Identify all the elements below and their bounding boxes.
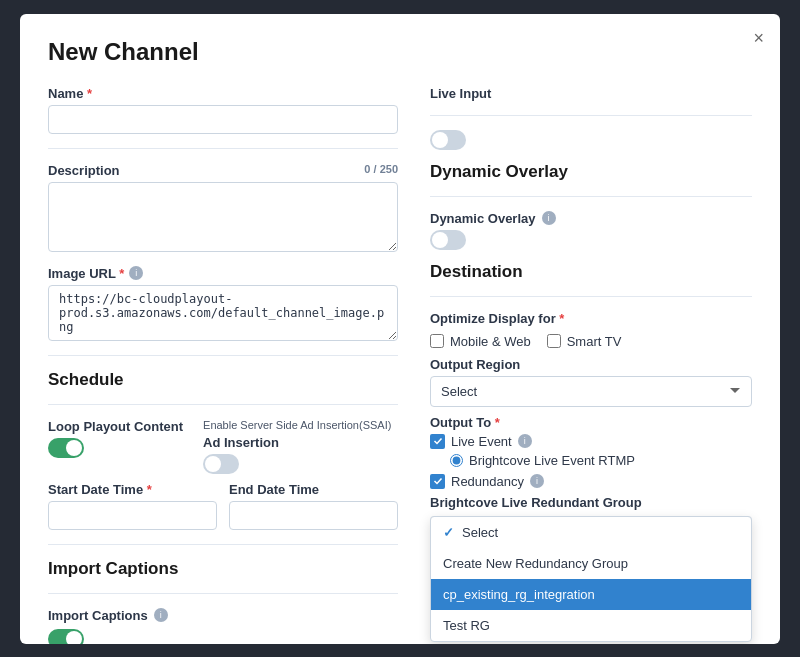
dropdown-item-select[interactable]: Select xyxy=(431,517,751,548)
start-date-label: Start Date Time * xyxy=(48,482,217,497)
output-region-label: Output Region xyxy=(430,357,752,372)
image-url-input[interactable]: https://bc-cloudplayout-prod.s3.amazonaw… xyxy=(48,285,398,341)
dynamic-overlay-title: Dynamic Overlay xyxy=(430,162,752,182)
loop-playout-group: Loop Playout Content xyxy=(48,419,183,458)
start-date-group: Start Date Time * xyxy=(48,482,217,530)
ad-insertion-group: Enable Server Side Ad Insertion(SSAI) Ad… xyxy=(203,419,398,474)
brightcove-live-row: Brightcove Live Event RTMP xyxy=(450,453,752,468)
right-column: Live Input Dynamic Overlay Dynamic Overl… xyxy=(430,86,752,644)
output-to-group: Output To * Live Event i Brightcove Live… xyxy=(430,415,752,547)
smart-tv-checkbox-row: Smart TV xyxy=(547,334,622,349)
close-button[interactable]: × xyxy=(753,28,764,49)
rg-dropdown-container: cp_existing_rg_integration Select Create… xyxy=(430,516,752,547)
modal-overlay: × New Channel Name * Description 0 / 250 xyxy=(0,0,800,657)
mobile-web-label: Mobile & Web xyxy=(450,334,531,349)
redundancy-check[interactable] xyxy=(430,474,445,489)
smart-tv-label: Smart TV xyxy=(567,334,622,349)
live-event-check[interactable] xyxy=(430,434,445,449)
end-date-input[interactable] xyxy=(229,501,398,530)
dynamic-overlay-info-icon[interactable]: i xyxy=(542,211,556,225)
left-column: Name * Description 0 / 250 xyxy=(48,86,398,644)
import-captions-toggle[interactable] xyxy=(48,629,84,644)
import-captions-group: Import Captions i xyxy=(48,608,398,623)
dropdown-item-test[interactable]: Test RG xyxy=(431,610,751,641)
redundancy-row: Redundancy i xyxy=(430,474,752,489)
start-date-input[interactable] xyxy=(48,501,217,530)
name-input[interactable] xyxy=(48,105,398,134)
optimize-label: Optimize Display for * xyxy=(430,311,752,326)
char-count: 0 / 250 xyxy=(364,163,398,175)
rg-label: Brightcove Live Redundant Group xyxy=(430,495,752,510)
output-to-label: Output To * xyxy=(430,415,752,430)
mobile-web-checkbox-row: Mobile & Web xyxy=(430,334,531,349)
image-url-field-group: Image URL * i https://bc-cloudplayout-pr… xyxy=(48,266,398,345)
name-field-group: Name * xyxy=(48,86,398,134)
rg-dropdown-list: Select Create New Redundancy Group cp_ex… xyxy=(430,516,752,642)
schedule-title: Schedule xyxy=(48,370,398,390)
redundancy-label: Redundancy xyxy=(451,474,524,489)
redundancy-info-icon[interactable]: i xyxy=(530,474,544,488)
new-channel-modal: × New Channel Name * Description 0 / 250 xyxy=(20,14,780,644)
optimize-display-group: Optimize Display for * Mobile & Web Smar… xyxy=(430,311,752,349)
import-captions-label: Import Captions xyxy=(48,608,148,623)
end-date-group: End Date Time xyxy=(229,482,398,530)
live-input-toggle[interactable] xyxy=(430,130,466,150)
image-url-label: Image URL * xyxy=(48,266,124,281)
live-event-row: Live Event i xyxy=(430,434,752,449)
description-label: Description 0 / 250 xyxy=(48,163,398,178)
modal-title: New Channel xyxy=(48,38,752,66)
smart-tv-checkbox[interactable] xyxy=(547,334,561,348)
live-event-info-icon[interactable]: i xyxy=(518,434,532,448)
output-region-select[interactable]: Select xyxy=(430,376,752,407)
brightcove-live-radio[interactable] xyxy=(450,454,463,467)
dynamic-overlay-toggle[interactable] xyxy=(430,230,466,250)
mobile-web-checkbox[interactable] xyxy=(430,334,444,348)
dropdown-item-new[interactable]: Create New Redundancy Group xyxy=(431,548,751,579)
live-event-label: Live Event xyxy=(451,434,512,449)
import-captions-info-icon[interactable]: i xyxy=(154,608,168,622)
end-date-label: End Date Time xyxy=(229,482,398,497)
ad-insertion-toggle[interactable] xyxy=(203,454,239,474)
ad-insertion-label: Ad Insertion xyxy=(203,435,398,450)
output-region-group: Output Region Select xyxy=(430,357,752,407)
ssai-label: Enable Server Side Ad Insertion(SSAI) xyxy=(203,419,398,431)
live-input-label: Live Input xyxy=(430,86,752,101)
dropdown-item-existing[interactable]: cp_existing_rg_integration xyxy=(431,579,751,610)
description-field-group: Description 0 / 250 xyxy=(48,163,398,256)
loop-playout-label: Loop Playout Content xyxy=(48,419,183,434)
loop-playout-toggle[interactable] xyxy=(48,438,84,458)
description-input[interactable] xyxy=(48,182,398,252)
brightcove-live-label: Brightcove Live Event RTMP xyxy=(469,453,635,468)
image-url-info-icon[interactable]: i xyxy=(129,266,143,280)
name-label: Name * xyxy=(48,86,398,101)
destination-title: Destination xyxy=(430,262,752,282)
import-captions-title: Import Captions xyxy=(48,559,398,579)
dynamic-overlay-label: Dynamic Overlay xyxy=(430,211,536,226)
